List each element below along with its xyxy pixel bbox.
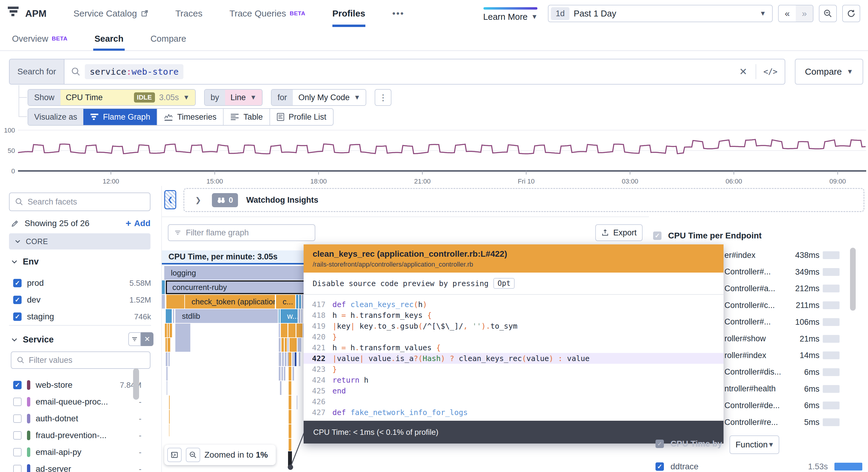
flame-fragment[interactable]: [297, 324, 303, 337]
flame-frame[interactable]: [296, 295, 298, 308]
flame-frame-check-token-application-co-[interactable]: check_token (application_co...: [185, 295, 275, 308]
endpoint-bar: [823, 335, 839, 343]
flame-fragment[interactable]: [294, 352, 297, 366]
function-dropdown[interactable]: Function ▼: [730, 435, 779, 454]
flame-fragment[interactable]: [285, 338, 287, 352]
flame-fragment[interactable]: [169, 410, 169, 424]
flame-fragment[interactable]: [287, 338, 289, 352]
flame-fragment[interactable]: [166, 352, 167, 366]
flame-frame-w-[interactable]: w...: [281, 309, 298, 323]
flame-fragment[interactable]: [297, 395, 297, 409]
flame-frame[interactable]: [173, 309, 174, 323]
code-line-423: 423 }: [304, 364, 723, 375]
flame-fragment[interactable]: [175, 324, 190, 352]
flame-fragment[interactable]: [285, 352, 286, 366]
flame-console-button[interactable]: [167, 448, 182, 462]
flame-fragment[interactable]: [281, 338, 284, 352]
flame-fragment[interactable]: [289, 352, 291, 366]
code-line-427: 427 def fake_network_info_for_logs: [304, 407, 723, 418]
clear-search-button[interactable]: ✕: [731, 66, 755, 77]
flame-fragment[interactable]: [292, 352, 294, 366]
ddtrace-value: 1.53s: [808, 462, 828, 471]
flame-frame[interactable]: [162, 295, 165, 308]
cpu-time-by-row: ✓ CPU Time by: [655, 439, 722, 449]
flame-frame[interactable]: [301, 309, 303, 323]
flame-fragment[interactable]: [165, 324, 167, 337]
flame-fragment[interactable]: [169, 324, 172, 337]
flame-fragment[interactable]: [279, 352, 281, 366]
flame-zoom-out-button[interactable]: [186, 448, 200, 462]
flame-fragment[interactable]: [169, 424, 169, 436]
zoom-status-pill: Zoomed in to 1%: [164, 445, 276, 465]
ddtrace-row[interactable]: ✓ ddtrace 1.53s: [655, 462, 862, 471]
flame-frame[interactable]: [162, 281, 165, 294]
caret-down-icon: ▼: [760, 9, 766, 18]
flame-fragment[interactable]: [167, 338, 170, 352]
flame-fragment[interactable]: [279, 367, 281, 381]
flame-frame[interactable]: [166, 309, 172, 323]
code-line-426: 426: [304, 396, 723, 407]
source-code-preview: 417 def clean_keys_rec(h)418 h = h.trans…: [304, 295, 723, 421]
flame-frame[interactable]: [302, 295, 303, 308]
flame-frame[interactable]: [279, 309, 280, 323]
flame-fragment[interactable]: [279, 338, 281, 352]
flame-frame-stdlib[interactable]: stdlib: [175, 309, 278, 323]
flame-frame[interactable]: [166, 295, 184, 308]
flame-fragment[interactable]: [289, 395, 291, 409]
endpoint-value: 14ms: [783, 351, 819, 360]
endpoint-bar: [823, 402, 839, 409]
code-line-418: 418 h = h.transform_keys {: [304, 310, 723, 321]
zoom-out-time-button[interactable]: [819, 5, 837, 22]
code-line-419: 419 |key| key.to_s.gsub(/^[\$\_]/, '').t…: [304, 321, 723, 331]
flame-fragment[interactable]: [169, 395, 169, 409]
flame-frame[interactable]: [299, 309, 300, 323]
endpoint-bar: [823, 318, 839, 326]
ddtrace-bar: [834, 463, 862, 471]
endpoint-checkbox[interactable]: ✓: [653, 232, 661, 240]
flame-fragment[interactable]: [299, 352, 300, 366]
cpu-time-by-checkbox[interactable]: ✓: [655, 440, 664, 448]
flame-fragment[interactable]: [282, 352, 284, 366]
flame-fragment[interactable]: [280, 381, 281, 395]
endpoint-scrollbar-thumb[interactable]: [850, 248, 856, 311]
flame-fragment[interactable]: [281, 324, 287, 337]
svg-text:06:00: 06:00: [725, 178, 742, 185]
flame-fragment[interactable]: [288, 324, 296, 337]
flame-fragment[interactable]: [298, 338, 301, 352]
zoom-status-text: Zoomed in to: [205, 450, 256, 460]
flame-fragment[interactable]: [289, 367, 291, 381]
tooltip-file-path: /rails-storefront/app/controllers/applic…: [313, 261, 715, 268]
flame-fragment[interactable]: [167, 381, 167, 395]
hint-text: Disable source code preview by pressing: [313, 279, 489, 288]
flame-fragment[interactable]: [168, 352, 169, 366]
flame-fragment[interactable]: [289, 338, 297, 352]
function-dropdown-value: Function: [736, 440, 768, 449]
flame-fragment[interactable]: [289, 381, 291, 395]
tooltip-cpu-time: CPU Time: < 1ms (< 0.1% of profile): [313, 427, 438, 437]
endpoint-value: 212ms: [783, 284, 819, 293]
endpoint-panel-header: ✓ CPU Time per Endpoint: [653, 231, 762, 240]
shift-forward-button[interactable]: »: [796, 5, 813, 22]
ddtrace-checkbox[interactable]: ✓: [655, 463, 664, 471]
flame-fragment[interactable]: [281, 367, 283, 381]
tooltip-hint: Disable source code preview by pressing …: [304, 273, 723, 295]
endpoint-bar: [823, 285, 839, 292]
magnifier-minus-icon: [823, 9, 832, 18]
flame-fragment[interactable]: [165, 338, 167, 352]
flame-fragment[interactable]: [284, 367, 285, 381]
refresh-button[interactable]: [842, 5, 860, 22]
endpoint-value: 438ms: [783, 251, 819, 260]
flame-fragment[interactable]: [167, 324, 169, 337]
code-view-toggle[interactable]: </>: [755, 64, 785, 79]
shift-back-button[interactable]: «: [779, 5, 796, 22]
code-line-425: 425 end: [304, 385, 723, 396]
endpoint-bar: [823, 351, 839, 359]
flame-fragment[interactable]: [279, 324, 280, 337]
flame-fragment[interactable]: [166, 367, 167, 381]
flame-frame-c-[interactable]: c...: [276, 295, 295, 308]
flame-fragment[interactable]: [292, 367, 294, 381]
endpoint-bar: [823, 368, 839, 376]
compare-dropdown-button[interactable]: Compare▼: [795, 59, 863, 85]
flame-frame[interactable]: [299, 295, 301, 308]
code-line-421: 421 h = h.transform_values {: [304, 342, 723, 353]
